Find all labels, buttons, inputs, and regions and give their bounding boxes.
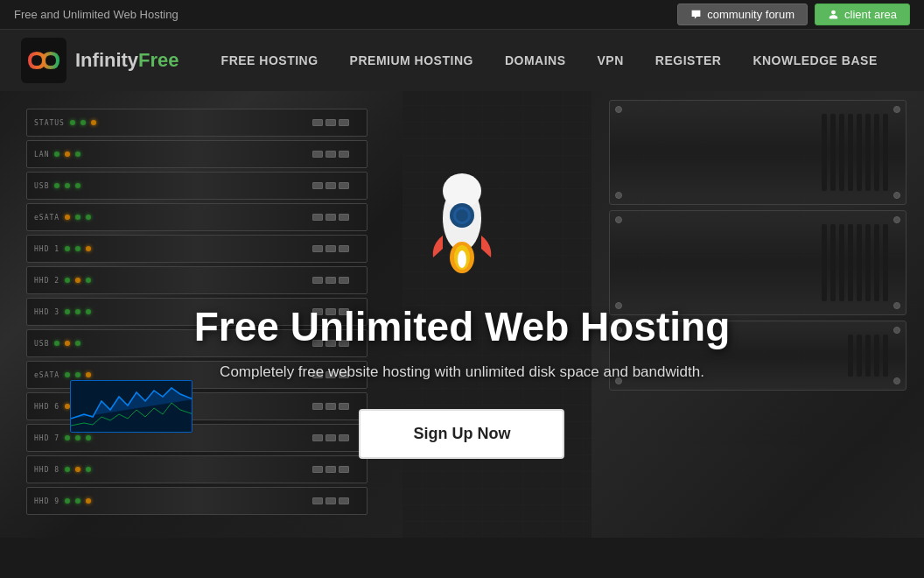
led-5-1 (75, 278, 80, 283)
port-group-0 (312, 119, 349, 126)
infinity-logo (21, 38, 66, 83)
led-5-2 (86, 278, 91, 283)
nav-item-free-hosting: FREE HOSTING (206, 30, 334, 91)
vent-4 (848, 224, 853, 301)
screw-br (893, 302, 900, 309)
led-10-2 (86, 435, 91, 441)
led-3-0 (65, 215, 70, 220)
server-slot-1: LAN (26, 140, 368, 168)
vent-3 (839, 224, 844, 301)
led-6-2 (86, 309, 91, 314)
panel-vents-3 (848, 335, 888, 377)
nav-link-premium-hosting[interactable]: PREMIUM HOSTING (334, 30, 489, 91)
led-4-0 (65, 246, 70, 251)
led-8-0 (65, 372, 70, 377)
nav-item-register: REGISTER (640, 30, 738, 91)
vent-3 (839, 114, 844, 191)
chat-icon (690, 9, 702, 20)
port-1 (326, 151, 336, 158)
nav-item-premium-hosting: PREMIUM HOSTING (334, 30, 489, 91)
led-8-1 (75, 372, 80, 377)
nav-item-vpn: VPN (582, 30, 640, 91)
port-0 (312, 151, 323, 158)
navbar: InfinityFree FREE HOSTING PREMIUM HOSTIN… (0, 30, 924, 91)
nav-link-vpn[interactable]: VPN (582, 30, 640, 91)
port-1 (326, 497, 336, 504)
led-11-2 (86, 467, 91, 472)
led-11-0 (65, 467, 70, 472)
led-0-2 (91, 120, 96, 125)
community-label: community forum (707, 8, 794, 21)
hero-subtitle: Completely free website hosting with unl… (194, 363, 731, 381)
port-2 (339, 497, 349, 504)
signup-button[interactable]: Sign Up Now (359, 409, 564, 459)
vent-1 (822, 114, 827, 191)
vent-7 (874, 224, 879, 301)
led-3-1 (75, 215, 80, 220)
vent-2 (830, 114, 836, 191)
vent-5 (857, 114, 862, 191)
top-bar: Free and Unlimited Web Hosting community… (0, 0, 924, 30)
led-4-1 (75, 246, 80, 251)
port-group-12 (312, 497, 349, 504)
led-1-0 (54, 152, 60, 157)
vent-5 (857, 224, 862, 301)
screw-tr (893, 106, 900, 113)
led-12-0 (65, 498, 70, 504)
panel-vents-2 (822, 224, 888, 301)
port-2 (339, 151, 349, 158)
server-slot-12: HHD 9 (26, 487, 368, 515)
nav-link-free-hosting[interactable]: FREE HOSTING (206, 30, 334, 91)
port-1 (326, 466, 336, 473)
hero-section: STATUSLANUSBeSATAHHD 1HHD 2HHD 3USBeSATA… (0, 91, 924, 538)
vent-6 (865, 114, 871, 191)
vent-2 (830, 224, 836, 301)
server-slot-11: HHD 8 (26, 455, 368, 483)
led-7-1 (65, 341, 70, 346)
vent-8 (883, 224, 888, 301)
user-icon (828, 9, 839, 20)
vent-3 (865, 335, 871, 377)
hero-title: Free Unlimited Web Hosting (194, 305, 731, 349)
screw-tr (893, 216, 900, 223)
led-10-1 (75, 435, 80, 441)
led-7-0 (54, 341, 60, 346)
port-0 (312, 497, 323, 504)
vent-4 (874, 335, 879, 377)
led-11-1 (75, 467, 80, 472)
site-title: Free and Unlimited Web Hosting (14, 8, 178, 21)
led-6-1 (75, 309, 80, 314)
vent-6 (865, 224, 871, 301)
led-8-2 (86, 372, 91, 377)
vent-1 (848, 335, 853, 377)
client-area-button[interactable]: client area (815, 4, 910, 25)
led-0-0 (70, 120, 75, 125)
led-1-1 (65, 152, 70, 157)
server-slot-0: STATUS (26, 109, 368, 137)
screw-br (893, 192, 900, 199)
vent-5 (883, 335, 888, 377)
brand-logo-link[interactable]: InfinityFree (21, 38, 179, 83)
led-2-2 (75, 183, 80, 188)
nav-link-domains[interactable]: DOMAINS (489, 30, 582, 91)
led-0-1 (80, 120, 86, 125)
nav-link-register[interactable]: REGISTER (640, 30, 738, 91)
hero-content: Free Unlimited Web Hosting Completely fr… (194, 170, 731, 459)
vent-8 (883, 114, 888, 191)
led-7-2 (75, 341, 80, 346)
client-label: client area (844, 8, 897, 21)
led-12-2 (86, 498, 91, 504)
nav-link-knowledge-base[interactable]: KNOWLEDGE BASE (737, 30, 892, 91)
led-2-1 (65, 183, 70, 188)
community-forum-button[interactable]: community forum (677, 4, 808, 25)
port-0 (312, 466, 323, 473)
nav-item-domains: DOMAINS (489, 30, 582, 91)
led-2-0 (54, 183, 60, 188)
screw-tl (615, 106, 622, 113)
nav-item-knowledge-base: KNOWLEDGE BASE (737, 30, 892, 91)
svg-point-8 (458, 250, 466, 268)
led-6-0 (65, 309, 70, 314)
led-5-0 (65, 278, 70, 283)
led-4-2 (86, 246, 91, 251)
vent-7 (874, 114, 879, 191)
